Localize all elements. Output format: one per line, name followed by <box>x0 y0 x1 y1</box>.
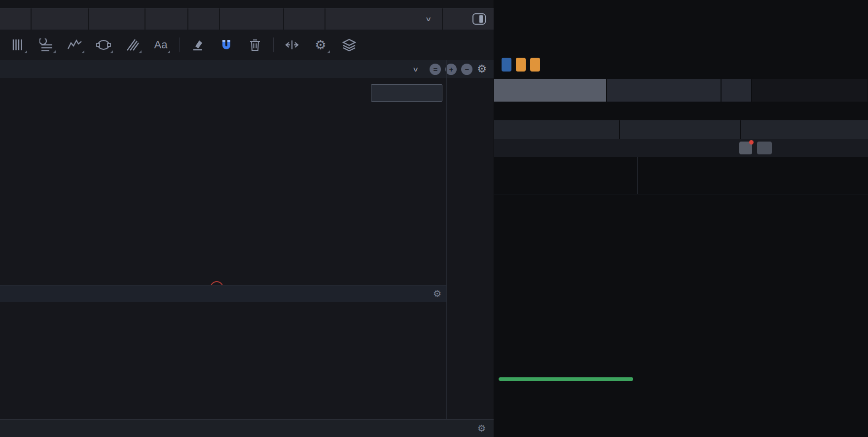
sector-link[interactable] <box>860 59 863 70</box>
period-tabbar: ∨ <box>0 8 494 30</box>
magnet-icon[interactable] <box>216 35 237 55</box>
red-dot-icon <box>749 140 754 145</box>
tab-vip-orderbook[interactable] <box>494 79 607 102</box>
orderbook-section-header <box>494 139 868 157</box>
tab-month-k[interactable] <box>32 8 89 30</box>
trash-icon[interactable] <box>244 35 266 55</box>
panel-toggle-button[interactable] <box>465 8 494 30</box>
drawing-toolbar: Aa ⚙ <box>0 30 494 60</box>
buy-sell-ratio-bar <box>499 377 633 381</box>
chevron-down-icon[interactable]: ∨ <box>412 66 419 73</box>
detail-header <box>637 157 868 194</box>
tab-stock-info[interactable] <box>220 8 284 30</box>
draw-line-button[interactable] <box>443 8 465 30</box>
volume-pane-header: ⚙ <box>0 285 446 302</box>
volume-settings-gear-icon[interactable]: ⚙ <box>433 289 441 298</box>
price-row <box>502 36 506 52</box>
layers-icon[interactable] <box>338 35 360 55</box>
ellipse-tool-icon[interactable] <box>93 35 114 55</box>
expand-button[interactable] <box>741 120 868 139</box>
tab-brief[interactable] <box>607 79 722 102</box>
chevron-down-icon: ∨ <box>426 15 432 23</box>
tab-60min[interactable] <box>145 8 188 30</box>
zigzag-icon[interactable] <box>64 35 86 55</box>
bottom-status-bar: ⚙ <box>0 419 494 437</box>
axis-separator <box>446 60 447 419</box>
zoom-in-button[interactable]: + <box>445 64 457 75</box>
tab-diagnose[interactable] <box>284 8 326 30</box>
panel-toggle-icon <box>472 13 486 25</box>
chart-pane-header: ∨ = + − ⚙ <box>0 60 494 78</box>
depth-level-badge[interactable] <box>757 142 772 154</box>
chart-settings-gear-icon[interactable]: ⚙ <box>477 64 487 74</box>
tab-week-k[interactable] <box>0 8 32 30</box>
weibi-row <box>494 157 637 194</box>
buy-sell-row <box>494 120 868 139</box>
time-sales-list[interactable] <box>638 195 868 437</box>
fib-lines-icon[interactable] <box>121 35 143 55</box>
trading-app-window: ∨ Aa <box>0 0 868 437</box>
top-rounded-cutout <box>0 0 541 8</box>
tab-spacer <box>752 79 868 102</box>
indicator-list-icon[interactable] <box>36 35 57 55</box>
tab-120min[interactable] <box>89 8 145 30</box>
sell-button[interactable] <box>620 120 741 139</box>
legend-circle-button[interactable]: = <box>430 64 441 75</box>
double-click-tooltip <box>371 84 442 102</box>
eraser-icon[interactable] <box>187 35 209 55</box>
display-menu[interactable]: ∨ <box>411 8 442 30</box>
gear-icon[interactable]: ⚙ <box>310 35 331 55</box>
zoom-out-button[interactable]: − <box>461 64 472 75</box>
tag-row <box>502 58 540 72</box>
tab-add-button[interactable] <box>722 79 752 102</box>
statusbar-gear-icon[interactable]: ⚙ <box>477 424 486 433</box>
hk-premium-row <box>494 102 868 120</box>
text-tool-icon[interactable]: Aa <box>150 35 172 55</box>
gold-badge-icon[interactable] <box>739 142 752 154</box>
quote-panel <box>494 0 868 437</box>
move-horizontal-icon[interactable] <box>281 35 303 55</box>
watchlist-tag[interactable] <box>502 58 511 72</box>
buy-button[interactable] <box>494 120 620 139</box>
margin-tag[interactable] <box>516 58 526 72</box>
tab-more-periods[interactable] <box>188 8 220 30</box>
panel-tabs <box>494 79 868 102</box>
stock-name-row <box>502 14 512 30</box>
chart-style-icon[interactable] <box>7 35 29 55</box>
connect-tag[interactable] <box>530 58 540 72</box>
